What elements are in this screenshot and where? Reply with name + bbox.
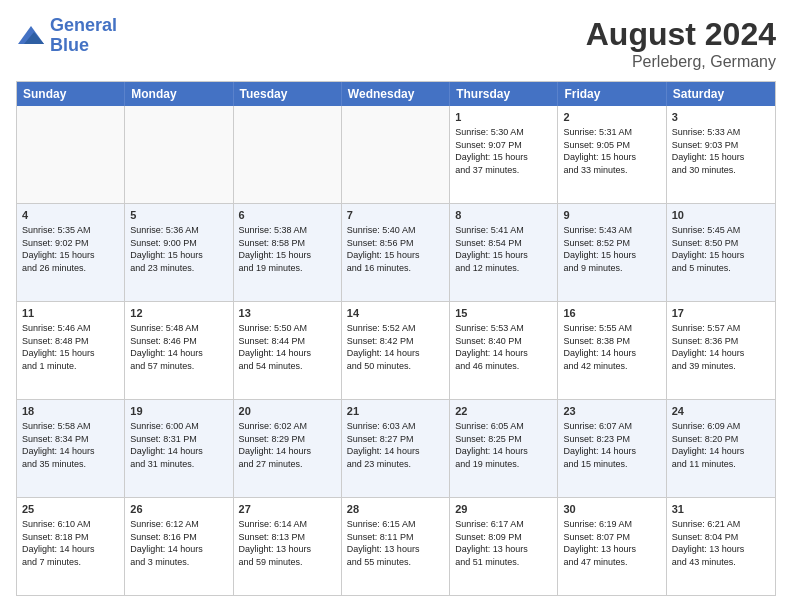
day-number: 3 (672, 110, 770, 125)
day-number: 26 (130, 502, 227, 517)
calendar-row-3: 18Sunrise: 5:58 AM Sunset: 8:34 PM Dayli… (17, 399, 775, 497)
day-number: 22 (455, 404, 552, 419)
day-number: 14 (347, 306, 444, 321)
cal-cell-1-6: 10Sunrise: 5:45 AM Sunset: 8:50 PM Dayli… (667, 204, 775, 301)
cell-info: Sunrise: 6:17 AM Sunset: 8:09 PM Dayligh… (455, 519, 528, 567)
cell-info: Sunrise: 5:38 AM Sunset: 8:58 PM Dayligh… (239, 225, 312, 273)
cal-cell-2-5: 16Sunrise: 5:55 AM Sunset: 8:38 PM Dayli… (558, 302, 666, 399)
header-day-tuesday: Tuesday (234, 82, 342, 106)
cell-info: Sunrise: 6:19 AM Sunset: 8:07 PM Dayligh… (563, 519, 636, 567)
location: Perleberg, Germany (586, 53, 776, 71)
calendar: SundayMondayTuesdayWednesdayThursdayFrid… (16, 81, 776, 596)
cal-cell-4-6: 31Sunrise: 6:21 AM Sunset: 8:04 PM Dayli… (667, 498, 775, 595)
header-day-saturday: Saturday (667, 82, 775, 106)
page: General Blue August 2024 Perleberg, Germ… (0, 0, 792, 612)
cell-info: Sunrise: 5:31 AM Sunset: 9:05 PM Dayligh… (563, 127, 636, 175)
cal-cell-4-0: 25Sunrise: 6:10 AM Sunset: 8:18 PM Dayli… (17, 498, 125, 595)
cell-info: Sunrise: 5:30 AM Sunset: 9:07 PM Dayligh… (455, 127, 528, 175)
cal-cell-0-3 (342, 106, 450, 203)
cal-cell-0-4: 1Sunrise: 5:30 AM Sunset: 9:07 PM Daylig… (450, 106, 558, 203)
calendar-row-0: 1Sunrise: 5:30 AM Sunset: 9:07 PM Daylig… (17, 106, 775, 203)
cal-cell-1-0: 4Sunrise: 5:35 AM Sunset: 9:02 PM Daylig… (17, 204, 125, 301)
cal-cell-1-4: 8Sunrise: 5:41 AM Sunset: 8:54 PM Daylig… (450, 204, 558, 301)
cell-info: Sunrise: 5:33 AM Sunset: 9:03 PM Dayligh… (672, 127, 745, 175)
cal-cell-3-2: 20Sunrise: 6:02 AM Sunset: 8:29 PM Dayli… (234, 400, 342, 497)
day-number: 5 (130, 208, 227, 223)
calendar-header: SundayMondayTuesdayWednesdayThursdayFrid… (17, 82, 775, 106)
cal-cell-2-3: 14Sunrise: 5:52 AM Sunset: 8:42 PM Dayli… (342, 302, 450, 399)
day-number: 15 (455, 306, 552, 321)
logo-icon (16, 24, 46, 48)
cal-cell-2-1: 12Sunrise: 5:48 AM Sunset: 8:46 PM Dayli… (125, 302, 233, 399)
logo-blue: Blue (50, 35, 89, 55)
cell-info: Sunrise: 6:15 AM Sunset: 8:11 PM Dayligh… (347, 519, 420, 567)
cal-cell-1-5: 9Sunrise: 5:43 AM Sunset: 8:52 PM Daylig… (558, 204, 666, 301)
day-number: 4 (22, 208, 119, 223)
cal-cell-3-5: 23Sunrise: 6:07 AM Sunset: 8:23 PM Dayli… (558, 400, 666, 497)
cal-cell-2-4: 15Sunrise: 5:53 AM Sunset: 8:40 PM Dayli… (450, 302, 558, 399)
day-number: 12 (130, 306, 227, 321)
day-number: 16 (563, 306, 660, 321)
cal-cell-0-2 (234, 106, 342, 203)
day-number: 29 (455, 502, 552, 517)
cal-cell-4-5: 30Sunrise: 6:19 AM Sunset: 8:07 PM Dayli… (558, 498, 666, 595)
cal-cell-4-3: 28Sunrise: 6:15 AM Sunset: 8:11 PM Dayli… (342, 498, 450, 595)
day-number: 11 (22, 306, 119, 321)
cell-info: Sunrise: 5:48 AM Sunset: 8:46 PM Dayligh… (130, 323, 203, 371)
cell-info: Sunrise: 5:53 AM Sunset: 8:40 PM Dayligh… (455, 323, 528, 371)
cell-info: Sunrise: 5:50 AM Sunset: 8:44 PM Dayligh… (239, 323, 312, 371)
cal-cell-0-5: 2Sunrise: 5:31 AM Sunset: 9:05 PM Daylig… (558, 106, 666, 203)
cal-cell-3-1: 19Sunrise: 6:00 AM Sunset: 8:31 PM Dayli… (125, 400, 233, 497)
cell-info: Sunrise: 5:40 AM Sunset: 8:56 PM Dayligh… (347, 225, 420, 273)
day-number: 18 (22, 404, 119, 419)
cell-info: Sunrise: 6:10 AM Sunset: 8:18 PM Dayligh… (22, 519, 95, 567)
cal-cell-3-0: 18Sunrise: 5:58 AM Sunset: 8:34 PM Dayli… (17, 400, 125, 497)
cal-cell-1-1: 5Sunrise: 5:36 AM Sunset: 9:00 PM Daylig… (125, 204, 233, 301)
logo-general: General (50, 15, 117, 35)
cal-cell-0-1 (125, 106, 233, 203)
day-number: 25 (22, 502, 119, 517)
cell-info: Sunrise: 5:45 AM Sunset: 8:50 PM Dayligh… (672, 225, 745, 273)
calendar-body: 1Sunrise: 5:30 AM Sunset: 9:07 PM Daylig… (17, 106, 775, 595)
cell-info: Sunrise: 5:52 AM Sunset: 8:42 PM Dayligh… (347, 323, 420, 371)
cal-cell-1-2: 6Sunrise: 5:38 AM Sunset: 8:58 PM Daylig… (234, 204, 342, 301)
day-number: 1 (455, 110, 552, 125)
day-number: 28 (347, 502, 444, 517)
cell-info: Sunrise: 5:43 AM Sunset: 8:52 PM Dayligh… (563, 225, 636, 273)
cal-cell-3-4: 22Sunrise: 6:05 AM Sunset: 8:25 PM Dayli… (450, 400, 558, 497)
logo: General Blue (16, 16, 117, 56)
day-number: 19 (130, 404, 227, 419)
month-year: August 2024 (586, 16, 776, 53)
cell-info: Sunrise: 5:36 AM Sunset: 9:00 PM Dayligh… (130, 225, 203, 273)
calendar-row-1: 4Sunrise: 5:35 AM Sunset: 9:02 PM Daylig… (17, 203, 775, 301)
day-number: 6 (239, 208, 336, 223)
cell-info: Sunrise: 6:00 AM Sunset: 8:31 PM Dayligh… (130, 421, 203, 469)
cal-cell-2-0: 11Sunrise: 5:46 AM Sunset: 8:48 PM Dayli… (17, 302, 125, 399)
day-number: 8 (455, 208, 552, 223)
cal-cell-0-0 (17, 106, 125, 203)
calendar-row-4: 25Sunrise: 6:10 AM Sunset: 8:18 PM Dayli… (17, 497, 775, 595)
header: General Blue August 2024 Perleberg, Germ… (16, 16, 776, 71)
day-number: 9 (563, 208, 660, 223)
day-number: 21 (347, 404, 444, 419)
cell-info: Sunrise: 6:12 AM Sunset: 8:16 PM Dayligh… (130, 519, 203, 567)
cell-info: Sunrise: 6:14 AM Sunset: 8:13 PM Dayligh… (239, 519, 312, 567)
cal-cell-4-2: 27Sunrise: 6:14 AM Sunset: 8:13 PM Dayli… (234, 498, 342, 595)
cell-info: Sunrise: 6:21 AM Sunset: 8:04 PM Dayligh… (672, 519, 745, 567)
day-number: 24 (672, 404, 770, 419)
cal-cell-4-4: 29Sunrise: 6:17 AM Sunset: 8:09 PM Dayli… (450, 498, 558, 595)
cal-cell-2-6: 17Sunrise: 5:57 AM Sunset: 8:36 PM Dayli… (667, 302, 775, 399)
cal-cell-4-1: 26Sunrise: 6:12 AM Sunset: 8:16 PM Dayli… (125, 498, 233, 595)
cal-cell-3-6: 24Sunrise: 6:09 AM Sunset: 8:20 PM Dayli… (667, 400, 775, 497)
cell-info: Sunrise: 5:35 AM Sunset: 9:02 PM Dayligh… (22, 225, 95, 273)
day-number: 31 (672, 502, 770, 517)
day-number: 30 (563, 502, 660, 517)
cal-cell-0-6: 3Sunrise: 5:33 AM Sunset: 9:03 PM Daylig… (667, 106, 775, 203)
header-day-thursday: Thursday (450, 82, 558, 106)
day-number: 7 (347, 208, 444, 223)
cal-cell-1-3: 7Sunrise: 5:40 AM Sunset: 8:56 PM Daylig… (342, 204, 450, 301)
cell-info: Sunrise: 5:55 AM Sunset: 8:38 PM Dayligh… (563, 323, 636, 371)
day-number: 2 (563, 110, 660, 125)
day-number: 20 (239, 404, 336, 419)
cell-info: Sunrise: 5:57 AM Sunset: 8:36 PM Dayligh… (672, 323, 745, 371)
